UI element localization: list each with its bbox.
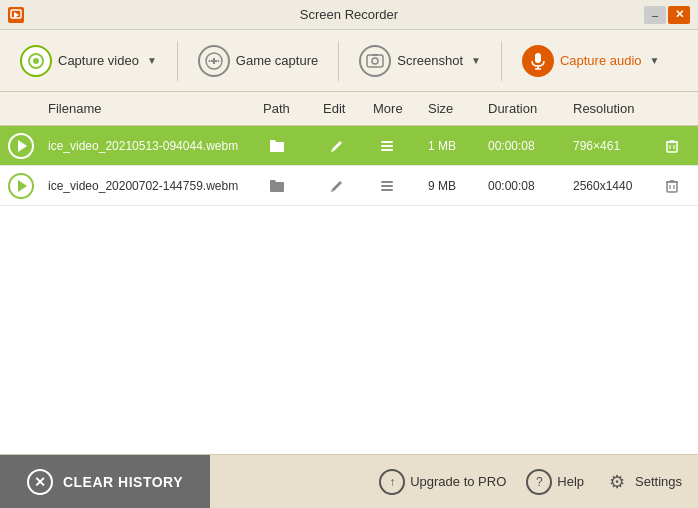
- toolbar: Capture video ▼ Game capture: [0, 30, 698, 92]
- screenshot-svg: [365, 51, 385, 71]
- capture-video-label: Capture video: [58, 53, 139, 68]
- capture-audio-icon: [522, 45, 554, 77]
- screenshot-icon: [359, 45, 391, 77]
- th-path: Path: [259, 101, 319, 116]
- pencil-icon-2: [330, 179, 344, 193]
- svg-rect-15: [381, 141, 393, 143]
- lines-icon-1: [380, 140, 394, 152]
- play-button-2[interactable]: [8, 173, 34, 199]
- play-button-1[interactable]: [8, 133, 34, 159]
- settings-label: Settings: [635, 474, 682, 489]
- content-area: Filename Path Edit More Size Duration Re…: [0, 92, 698, 508]
- svg-point-7: [208, 60, 210, 62]
- help-label: Help: [557, 474, 584, 489]
- window-title: Screen Recorder: [300, 7, 398, 22]
- capture-audio-arrow: ▼: [650, 55, 660, 66]
- app-icon-svg: [10, 9, 22, 21]
- delete-button-1[interactable]: [658, 132, 686, 160]
- toolbar-separator-3: [501, 41, 502, 81]
- filename-cell-2: ice_video_20200702-144759.webm: [44, 179, 259, 193]
- trash-icon-2: [666, 179, 678, 193]
- screenshot-button[interactable]: Screenshot ▼: [349, 39, 491, 83]
- clear-history-label: CLEAR HISTORY: [63, 474, 183, 490]
- delete-cell-1: [654, 132, 694, 160]
- play-triangle-1: [18, 140, 27, 152]
- edit-button-1[interactable]: [323, 132, 351, 160]
- capture-audio-label: Capture audio: [560, 53, 642, 68]
- lines-icon-2: [380, 180, 394, 192]
- svg-point-8: [217, 60, 219, 62]
- svg-rect-11: [372, 54, 378, 56]
- bottom-right: ↑ Upgrade to PRO ? Help ⚙ Settings: [371, 465, 698, 499]
- help-button[interactable]: ? Help: [518, 465, 592, 499]
- th-size: Size: [424, 101, 484, 116]
- capture-video-icon: [20, 45, 52, 77]
- path-cell-2: [259, 172, 319, 200]
- game-capture-svg: [204, 51, 224, 71]
- svg-rect-26: [667, 182, 677, 192]
- more-button-1[interactable]: [373, 132, 401, 160]
- table-header: Filename Path Edit More Size Duration Re…: [0, 92, 698, 126]
- play-triangle-2: [18, 180, 27, 192]
- path-cell-1: [259, 132, 319, 160]
- delete-button-2[interactable]: [658, 172, 686, 200]
- help-icon: ?: [526, 469, 552, 495]
- capture-video-arrow: ▼: [147, 55, 157, 66]
- game-capture-label: Game capture: [236, 53, 318, 68]
- th-more: More: [369, 101, 424, 116]
- trash-icon-1: [666, 139, 678, 153]
- th-duration: Duration: [484, 101, 569, 116]
- upgrade-icon: ↑: [379, 469, 405, 495]
- path-button-1[interactable]: [263, 132, 291, 160]
- table-row: ice_video_20210513-094044.webm: [0, 126, 698, 166]
- path-button-2[interactable]: [263, 172, 291, 200]
- title-bar-controls: – ✕: [644, 6, 690, 24]
- svg-marker-1: [14, 12, 19, 18]
- upgrade-label: Upgrade to PRO: [410, 474, 506, 489]
- screenshot-label: Screenshot: [397, 53, 463, 68]
- settings-button[interactable]: ⚙ Settings: [596, 465, 690, 499]
- play-cell-2: [4, 173, 44, 199]
- svg-rect-28: [670, 180, 674, 182]
- edit-cell-1: [319, 132, 369, 160]
- th-filename: Filename: [44, 101, 259, 116]
- app-icon: [8, 7, 24, 23]
- svg-rect-12: [535, 53, 541, 63]
- svg-rect-24: [381, 185, 393, 187]
- svg-rect-20: [670, 140, 674, 142]
- svg-rect-17: [381, 149, 393, 151]
- toolbar-separator-2: [338, 41, 339, 81]
- clear-icon: ✕: [27, 469, 53, 495]
- more-cell-1: [369, 132, 424, 160]
- folder-icon-1: [269, 139, 285, 153]
- game-capture-button[interactable]: Game capture: [188, 39, 328, 83]
- svg-point-3: [33, 58, 39, 64]
- svg-rect-16: [381, 145, 393, 147]
- upgrade-button[interactable]: ↑ Upgrade to PRO: [371, 465, 514, 499]
- delete-cell-2: [654, 172, 694, 200]
- clear-history-button[interactable]: ✕ CLEAR HISTORY: [0, 455, 210, 509]
- more-cell-2: [369, 172, 424, 200]
- more-button-2[interactable]: [373, 172, 401, 200]
- screenshot-arrow: ▼: [471, 55, 481, 66]
- size-cell-1: 1 MB: [424, 139, 484, 153]
- svg-rect-23: [381, 181, 393, 183]
- capture-audio-svg: [529, 52, 547, 70]
- svg-rect-25: [381, 189, 393, 191]
- edit-cell-2: [319, 172, 369, 200]
- edit-button-2[interactable]: [323, 172, 351, 200]
- duration-cell-2: 00:00:08: [484, 179, 569, 193]
- capture-video-button[interactable]: Capture video ▼: [10, 39, 167, 83]
- app-window: Screen Recorder – ✕ Capture video ▼: [0, 0, 698, 508]
- resolution-cell-1: 796×461: [569, 139, 654, 153]
- game-capture-icon: [198, 45, 230, 77]
- pencil-icon-1: [330, 139, 344, 153]
- close-button[interactable]: ✕: [668, 6, 690, 24]
- th-resolution: Resolution: [569, 101, 654, 116]
- title-bar: Screen Recorder – ✕: [0, 0, 698, 30]
- svg-rect-18: [667, 142, 677, 152]
- svg-rect-9: [367, 55, 383, 67]
- minimize-button[interactable]: –: [644, 6, 666, 24]
- th-edit: Edit: [319, 101, 369, 116]
- capture-audio-button[interactable]: Capture audio ▼: [512, 39, 670, 83]
